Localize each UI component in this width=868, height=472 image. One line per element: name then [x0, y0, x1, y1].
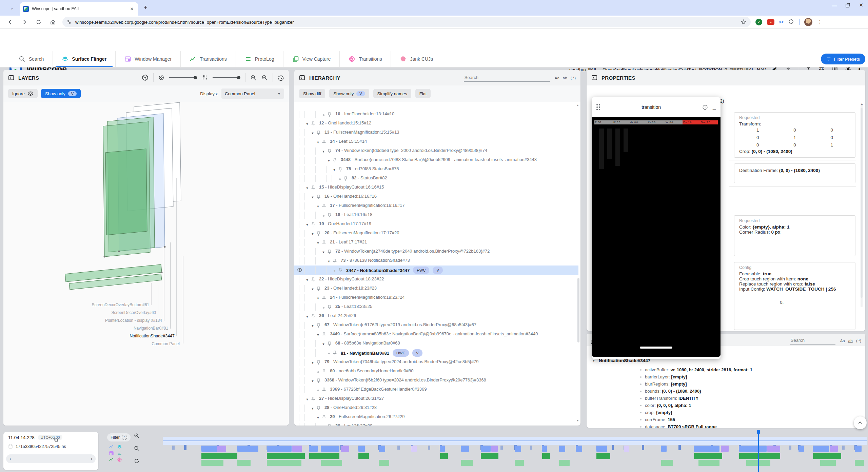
tree-node-68[interactable]: ▼68 - 885b63e NavigationBar0#68: [294, 339, 578, 348]
expand-arrow-icon[interactable]: ▼: [315, 239, 321, 246]
expand-arrow-icon[interactable]: ▼: [304, 313, 310, 320]
show-only-chip[interactable]: Show only V: [41, 89, 81, 98]
tree-node-19[interactable]: ▼19 - OneHanded:17:17#19: [294, 220, 578, 229]
tree-node-12[interactable]: ▼12 - OneHanded:15:15#12: [294, 119, 578, 128]
timeline-cursor-handle[interactable]: [757, 430, 760, 434]
browser-menu-icon[interactable]: ⋮: [817, 19, 822, 25]
tree-node-79[interactable]: ▼79 - WindowToken{7046b4a type=2024 andr…: [294, 358, 578, 367]
expand-arrow-icon[interactable]: ▼: [315, 414, 321, 421]
tree-node-23[interactable]: ▼23 - OneHanded:18:23#23: [294, 284, 578, 293]
tab-window-manager[interactable]: Window Manager: [116, 51, 181, 67]
layer-label[interactable]: NotificationShade#3447: [130, 334, 175, 338]
expand-arrow-icon[interactable]: ▼: [310, 285, 315, 292]
pin-icon[interactable]: [316, 405, 322, 411]
collapse-panel-icon[interactable]: [299, 75, 305, 81]
trace-event-segment[interactable]: [481, 446, 491, 452]
expand-arrow-icon[interactable]: ▼: [315, 138, 321, 145]
match-word-icon[interactable]: ab: [563, 76, 567, 80]
tab-search-icon[interactable]: ⌄: [7, 4, 16, 13]
timeline-canvas[interactable]: [163, 430, 867, 472]
pin-icon[interactable]: [311, 185, 317, 190]
scroll-up-icon[interactable]: ▲: [861, 102, 863, 105]
pin-icon[interactable]: [321, 203, 328, 209]
expand-arrow-icon[interactable]: ▼: [326, 257, 332, 264]
property-item[interactable]: currFrame: 155: [587, 416, 865, 423]
url-bar[interactable]: winscope.teams.x20web.corp.google.com/pr…: [62, 17, 751, 27]
trace-event-segment[interactable]: [341, 446, 349, 452]
property-item[interactable]: color: (0, 0, 0), alpha: 1: [587, 402, 865, 409]
expand-arrow-icon[interactable]: ▼: [315, 294, 321, 301]
pin-icon[interactable]: [338, 267, 344, 273]
tree-node-14[interactable]: ▼14 - Leaf:15:15#14: [294, 137, 578, 146]
layer-label[interactable]: ScreenDecorOverlay#60: [112, 310, 156, 315]
spacing-slider[interactable]: [213, 76, 240, 79]
browser-tab[interactable]: Winscope | sandbox-FAIl ✕: [20, 2, 138, 16]
tree-node-74[interactable]: ▼74 - WindowToken{fdddbe6 type=2000 andr…: [294, 146, 578, 156]
tree-node-73[interactable]: ▼73 - 8736138 NotificationShade#73: [294, 256, 578, 266]
filter-presets-button[interactable]: Filter Presets: [821, 54, 865, 64]
tree-node-29[interactable]: ▼29 - FullscreenMagnification:26:27#29: [294, 413, 578, 422]
trace-toggle-layers-icon[interactable]: [116, 444, 123, 449]
pin-icon[interactable]: [316, 322, 322, 328]
trace-event-segment[interactable]: [267, 446, 292, 452]
pin-icon[interactable]: [316, 130, 322, 135]
tab-search[interactable]: Search: [9, 51, 53, 67]
layer-label[interactable]: Common Panel: [152, 341, 180, 346]
trace-event-segment[interactable]: [624, 446, 630, 452]
property-item[interactable]: barrierLayer: [empty]: [587, 373, 865, 380]
tree-node-10[interactable]: 10 - ImePlaceholder:13:14#10: [294, 110, 578, 119]
trace-event-segment[interactable]: [767, 446, 780, 452]
expand-arrow-icon[interactable]: ▼: [304, 276, 310, 283]
copy-time-icon[interactable]: [54, 437, 58, 442]
trace-event-segment[interactable]: [491, 446, 498, 452]
trace-event-segment[interactable]: [440, 446, 445, 452]
pin-icon[interactable]: [321, 387, 328, 392]
tree-node-3449[interactable]: ▼3449 - Surface(name=885b63e NavigationB…: [294, 330, 578, 339]
tree-node-16[interactable]: ▼16 - OneHanded:16:16#16: [294, 192, 578, 201]
extension-scissors-icon[interactable]: ✂: [779, 19, 784, 25]
expand-arrow-icon[interactable]: ▼: [315, 202, 321, 210]
tab-surface-flinger[interactable]: Surface Flinger: [53, 51, 116, 67]
property-item[interactable]: activeBuffer: w: 1080, h: 2400, stride: …: [587, 366, 865, 373]
pin-icon[interactable]: [321, 240, 328, 245]
timeline-cursor[interactable]: [758, 430, 759, 472]
tree-node-27[interactable]: ▼27 - HideDisplayCutout:26:31#27: [294, 394, 578, 404]
trace-event-segment[interactable]: [661, 460, 673, 466]
trace-event-segment[interactable]: [542, 446, 547, 452]
tree-node-20[interactable]: ▼20 - FullscreenMagnification:17:17#20: [294, 229, 578, 238]
bookmark-star-icon[interactable]: [741, 19, 747, 25]
refresh-icon[interactable]: [134, 458, 140, 464]
cube-3d-icon[interactable]: [142, 74, 149, 81]
tree-node-3448[interactable]: ▼3448 - Surface(name=ed70f88 StatusBar)/…: [294, 156, 578, 165]
tab-view-capture[interactable]: View Capture: [283, 51, 340, 67]
regex-icon[interactable]: (.*): [856, 339, 861, 343]
collapse-panel-icon[interactable]: [8, 75, 14, 81]
expand-arrow-icon[interactable]: ▼: [304, 184, 310, 191]
zoom-out-timeline-icon[interactable]: [134, 445, 140, 452]
trace-event-segment[interactable]: [694, 446, 719, 452]
expand-arrow-icon[interactable]: ▼: [310, 359, 315, 366]
pin-icon[interactable]: [321, 369, 328, 374]
pin-icon[interactable]: [327, 304, 333, 310]
trace-event-segment[interactable]: [201, 460, 223, 466]
scroll-left-icon[interactable]: ‹: [9, 456, 11, 461]
trace-event-segment[interactable]: [813, 446, 829, 452]
trace-toggle-chart-icon[interactable]: [108, 457, 115, 462]
tree-node-21[interactable]: ▼21 - Leaf:17:17#21: [294, 238, 578, 247]
pin-icon[interactable]: [327, 341, 333, 346]
trace-event-segment[interactable]: [515, 460, 524, 466]
regex-icon[interactable]: (.*): [571, 76, 576, 80]
window-close-icon[interactable]: ✕: [859, 2, 863, 8]
property-item[interactable]: crop: {empty}: [587, 409, 865, 416]
tree-node-80[interactable]: 80 - ace6abb SecondaryHomeHandle0#80: [294, 367, 578, 376]
pin-icon[interactable]: [327, 148, 333, 154]
timeline-filter-chip[interactable]: Filter ⌃: [107, 433, 131, 441]
tree-node-3369[interactable]: 3369 - 67726bf EdgeBackGestureHandler0#3…: [294, 385, 578, 394]
tab-transactions[interactable]: Transactions: [181, 51, 236, 67]
trace-event-segment[interactable]: [820, 460, 836, 466]
property-item[interactable]: dataspace: BT709 sRGB Full range: [587, 423, 865, 428]
zoom-in-icon[interactable]: [250, 75, 257, 81]
expand-arrow-icon[interactable]: ▼: [304, 120, 310, 127]
transition-window-titlebar[interactable]: transition _: [592, 97, 721, 117]
tree-node-67[interactable]: ▼67 - WindowToken{e5176f9 type=2019 andr…: [294, 321, 578, 330]
